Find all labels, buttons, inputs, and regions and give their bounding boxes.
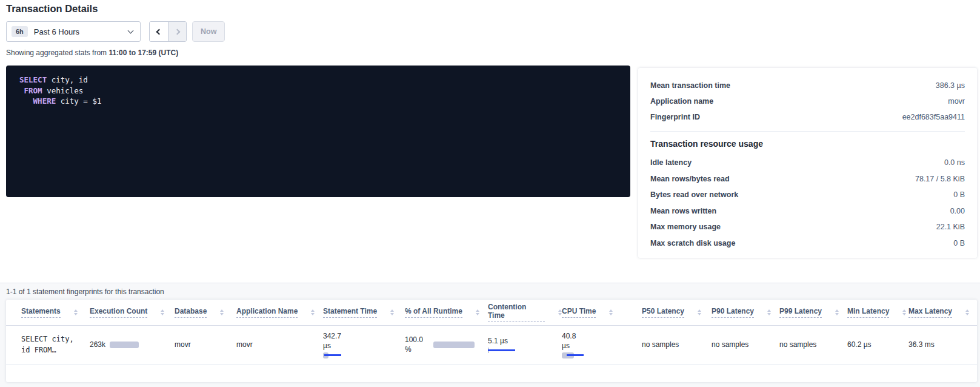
summary-value: ee2df683f5aa9411 — [902, 113, 965, 121]
p99-latency-cell: no samples — [779, 325, 847, 364]
time-range-badge: 6h — [12, 26, 28, 37]
sort-icon[interactable] — [311, 309, 315, 316]
percent-runtime-cell: 100.0 % — [405, 325, 488, 364]
resource-value: 0 B — [953, 190, 965, 199]
resource-value: 0.00 — [950, 207, 965, 215]
application-name-cell: movr — [236, 325, 323, 364]
resource-label: Mean rows written — [650, 207, 716, 215]
column-header-percent-runtime[interactable]: % of All Runtime — [405, 307, 488, 318]
execution-count-cell: 263k — [90, 325, 175, 364]
sort-icon[interactable] — [965, 309, 969, 316]
time-controls: 6h Past 6 Hours Now — [6, 21, 225, 42]
resource-row: Max memory usage 22.1 KiB — [650, 219, 965, 235]
resource-label: Idle latency — [650, 158, 692, 167]
summary-label: Fingerprint ID — [650, 113, 700, 121]
resource-label: Mean rows/bytes read — [650, 175, 730, 183]
chevron-left-icon — [156, 29, 162, 35]
sort-icon[interactable] — [390, 309, 394, 316]
max-latency-cell: 36.3 ms — [908, 325, 977, 364]
percent-runtime-value: 100.0 % — [405, 335, 429, 354]
p50-latency-cell: no samples — [642, 325, 712, 364]
resource-usage-title: Transaction resource usage — [650, 139, 965, 149]
prev-time-button[interactable] — [150, 22, 168, 41]
now-button[interactable]: Now — [192, 21, 225, 42]
sort-icon[interactable] — [767, 309, 771, 316]
execution-count-bar — [110, 342, 139, 348]
contention-time-bar — [488, 348, 516, 354]
column-header-database[interactable]: Database — [175, 307, 236, 318]
column-header-p90-latency[interactable]: P90 Latency — [712, 307, 779, 318]
statements-table-card: Statements Execution Count Database Appl… — [6, 300, 977, 382]
column-header-contention-time[interactable]: Contention Time — [488, 303, 562, 322]
column-header-execution-count[interactable]: Execution Count — [90, 307, 175, 318]
time-range-dropdown[interactable]: 6h Past 6 Hours — [6, 21, 141, 42]
time-range-label: Past 6 Hours — [34, 27, 128, 36]
chevron-down-icon — [128, 28, 134, 34]
resource-row: Bytes read over network 0 B — [650, 187, 965, 203]
sort-icon[interactable] — [220, 309, 224, 316]
database-cell: movr — [175, 325, 236, 364]
fingerprints-count-text: 1-1 of 1 statement fingerprints for this… — [6, 288, 980, 296]
resource-value: 0 B — [953, 239, 965, 247]
resource-value: 78.17 / 5.8 KiB — [915, 175, 965, 183]
summary-label: Mean transaction time — [650, 81, 730, 90]
statement-row: SELECT city, id FROM… 263k movr movr 342… — [6, 325, 977, 364]
percent-runtime-bar — [433, 342, 475, 348]
column-header-p50-latency[interactable]: P50 Latency — [642, 307, 712, 318]
summary-row: Application name movr — [650, 93, 965, 109]
resource-label: Bytes read over network — [650, 190, 738, 199]
card-divider — [650, 131, 965, 132]
summary-row: Fingerprint ID ee2df683f5aa9411 — [650, 109, 965, 125]
statement-time-bar — [323, 352, 344, 358]
resource-row: Mean rows written 0.00 — [650, 203, 965, 220]
resource-value: 0.0 ns — [944, 158, 965, 167]
sort-icon[interactable] — [698, 309, 701, 316]
column-header-statement-time[interactable]: Statement Time — [323, 307, 405, 318]
column-header-min-latency[interactable]: Min Latency — [847, 307, 908, 318]
contention-time-cell: 5.1 µs — [488, 325, 562, 364]
contention-time-value: 5.1 µs — [488, 336, 562, 346]
table-header-row: Statements Execution Count Database Appl… — [6, 300, 977, 325]
sort-icon[interactable] — [74, 309, 78, 316]
resource-row: Idle latency 0.0 ns — [650, 155, 965, 171]
summary-value: 386.3 µs — [936, 81, 965, 90]
sort-icon[interactable] — [902, 309, 906, 316]
sort-icon[interactable] — [835, 309, 839, 316]
resource-value: 22.1 KiB — [936, 223, 965, 231]
column-header-max-latency[interactable]: Max Latency — [908, 307, 977, 318]
cpu-time-cell: 40.8 µs — [562, 325, 642, 364]
statement-fingerprints-section: 1-1 of 1 statement fingerprints for this… — [0, 283, 980, 387]
column-header-statements[interactable]: Statements — [21, 307, 90, 318]
execution-count-value: 263k — [90, 340, 105, 349]
summary-value: movr — [948, 97, 965, 106]
page-title: Transaction Details — [6, 3, 98, 15]
resource-row: Mean rows/bytes read 78.17 / 5.8 KiB — [650, 171, 965, 187]
chevron-right-icon — [175, 29, 181, 35]
resource-label: Max scratch disk usage — [650, 239, 735, 247]
time-nav-group — [149, 21, 187, 42]
statements-table: Statements Execution Count Database Appl… — [6, 300, 977, 365]
next-time-button[interactable] — [168, 22, 186, 41]
column-header-application-name[interactable]: Application Name — [236, 307, 323, 318]
statement-time-value: 342.7 µs — [323, 331, 348, 351]
summary-label: Application name — [650, 97, 713, 106]
cpu-time-bar — [562, 352, 585, 358]
resource-row: Max scratch disk usage 0 B — [650, 235, 965, 252]
min-latency-cell: 60.2 µs — [847, 325, 908, 364]
sort-icon[interactable] — [476, 309, 479, 316]
p90-latency-cell: no samples — [712, 325, 779, 364]
transaction-details-page: Transaction Details 6h Past 6 Hours Now … — [0, 0, 980, 387]
transaction-summary-card: Mean transaction time 386.3 µs Applicati… — [638, 68, 977, 258]
resource-usage-rows: Idle latency 0.0 ns Mean rows/bytes read… — [650, 155, 965, 251]
sort-icon[interactable] — [609, 309, 613, 316]
resource-label: Max memory usage — [650, 223, 721, 231]
sort-icon[interactable] — [161, 309, 164, 316]
summary-row: Mean transaction time 386.3 µs — [650, 78, 965, 93]
statement-fingerprint-link[interactable]: SELECT city, id FROM… — [6, 334, 79, 355]
column-header-p99-latency[interactable]: P99 Latency — [779, 307, 847, 318]
sql-statement: SELECT city, id FROM vehicles WHERE city… — [6, 66, 630, 197]
statement-time-cell: 342.7 µs — [323, 325, 405, 364]
aggregation-subtitle: Showing aggregated stats from 11:00 to 1… — [6, 49, 178, 57]
column-header-cpu-time[interactable]: CPU Time — [562, 307, 642, 318]
cpu-time-value: 40.8 µs — [562, 331, 582, 351]
